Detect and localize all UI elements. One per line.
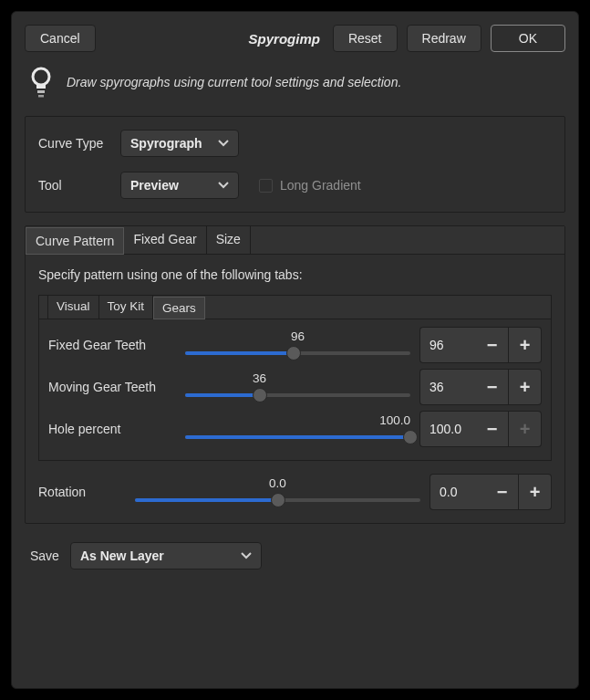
fixed-gear-readout: 96: [291, 329, 305, 343]
fixed-gear-slider[interactable]: [185, 345, 410, 361]
curve-type-value: Spyrograph: [130, 136, 207, 151]
hole-percent-input[interactable]: [419, 411, 476, 447]
rotation-input[interactable]: [430, 474, 486, 510]
hole-percent-incr: +: [509, 411, 542, 447]
checkbox-box: [259, 179, 273, 193]
hole-percent-decr[interactable]: −: [476, 411, 509, 447]
moving-gear-readout: 36: [253, 371, 266, 385]
tab-visual[interactable]: Visual: [48, 296, 99, 319]
chevron-down-icon: [241, 552, 252, 559]
moving-gear-decr[interactable]: −: [476, 369, 509, 405]
fixed-gear-incr[interactable]: +: [509, 327, 542, 363]
svg-rect-2: [37, 90, 45, 93]
inner-tabstrip: Visual Toy Kit Gears: [39, 296, 551, 319]
save-combo[interactable]: As New Layer: [70, 542, 262, 569]
moving-gear-slider[interactable]: [185, 387, 410, 403]
rotation-readout: 0.0: [269, 476, 286, 490]
moving-gear-label: Moving Gear Teeth: [48, 380, 176, 394]
tab-toy-kit[interactable]: Toy Kit: [99, 296, 154, 319]
rotation-label: Rotation: [38, 485, 126, 499]
tool-combo[interactable]: Preview: [120, 172, 239, 199]
save-label: Save: [30, 549, 59, 563]
chevron-down-icon: [218, 140, 229, 147]
save-value: As New Layer: [80, 549, 230, 563]
long-gradient-label: Long Gradient: [280, 178, 361, 193]
tab-gears[interactable]: Gears: [153, 297, 205, 319]
long-gradient-checkbox[interactable]: Long Gradient: [259, 178, 361, 193]
moving-gear-incr[interactable]: +: [509, 369, 542, 405]
rotation-incr[interactable]: +: [519, 474, 552, 510]
tab-fixed-gear[interactable]: Fixed Gear: [124, 226, 206, 254]
pattern-desc: Specify pattern using one of the followi…: [38, 267, 552, 282]
cancel-button[interactable]: Cancel: [25, 25, 96, 52]
tab-curve-pattern[interactable]: Curve Pattern: [26, 227, 124, 255]
chevron-down-icon: [218, 182, 229, 189]
svg-rect-3: [38, 95, 44, 98]
ok-button[interactable]: OK: [491, 25, 565, 52]
svg-rect-1: [36, 85, 46, 89]
hint-text: Draw spyrographs using current tool sett…: [67, 75, 401, 89]
tool-label: Tool: [38, 178, 109, 193]
hole-percent-readout: 100.0: [379, 413, 410, 427]
main-tabstrip: Curve Pattern Fixed Gear Size: [26, 226, 564, 255]
curve-type-combo[interactable]: Spyrograph: [120, 130, 239, 157]
tab-size[interactable]: Size: [207, 226, 251, 254]
hole-percent-label: Hole percent: [48, 422, 176, 436]
dialog-title: Spyrogimp: [105, 31, 324, 47]
tool-value: Preview: [130, 178, 207, 193]
lightbulb-icon: [28, 67, 54, 98]
curve-type-label: Curve Type: [38, 136, 109, 151]
fixed-gear-decr[interactable]: −: [476, 327, 509, 363]
fixed-gear-label: Fixed Gear Teeth: [48, 338, 176, 352]
rotation-slider[interactable]: [135, 492, 420, 508]
inner-tab-spacer: [39, 296, 48, 319]
hole-percent-slider[interactable]: [185, 429, 410, 445]
rotation-decr[interactable]: −: [486, 474, 519, 510]
fixed-gear-input[interactable]: [419, 327, 476, 363]
moving-gear-input[interactable]: [419, 369, 476, 405]
svg-point-0: [33, 68, 49, 85]
reset-button[interactable]: Reset: [333, 25, 398, 52]
redraw-button[interactable]: Redraw: [407, 25, 481, 52]
